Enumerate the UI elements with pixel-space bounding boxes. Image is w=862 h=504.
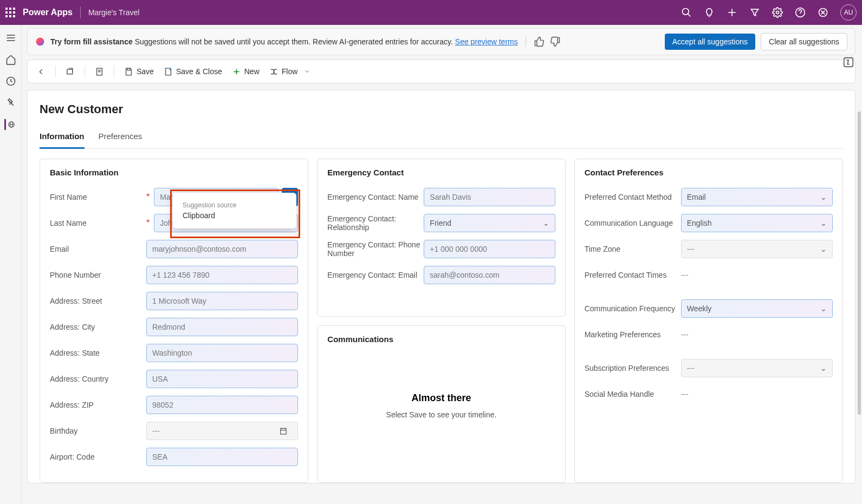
label-birthday: Birthday [50,427,146,435]
banner-text: Suggestions will not be saved until you … [135,37,453,46]
section-title: Communications [327,335,555,344]
section-basic-information: Basic Information First Name * Last N [40,159,308,483]
marketing-value[interactable]: --- [681,330,689,339]
street-input[interactable] [146,292,298,310]
section-title: Basic Information [50,168,298,177]
main-content: Try form fill assistance Suggestions wil… [22,25,862,504]
tab-information[interactable]: Information [40,132,85,149]
copilot-panel-icon[interactable] [842,56,854,68]
section-communications: Communications Almost there Select Save … [317,325,565,483]
help-icon[interactable] [795,7,806,18]
tz-select[interactable]: ---⌄ [681,240,833,258]
suggestion-source-callout: Suggestion source Clipboard [173,193,296,228]
chevron-down-icon: ⌄ [820,193,827,201]
app-launcher-icon[interactable] [5,8,15,17]
label-marketing: Marketing Preferences [585,330,681,339]
chevron-down-icon: ⌄ [820,304,827,313]
label-ec-email: Emergency Contact: Email [327,271,424,279]
accept-all-button[interactable]: Accept all suggestions [665,34,755,50]
tab-preferences[interactable]: Preferences [99,132,142,148]
label-phone: Phone Number [50,271,146,279]
label-times: Preferred Contact Times [585,271,681,279]
ec-email-input[interactable] [424,266,555,284]
divider [114,66,114,77]
city-input[interactable] [146,318,298,336]
label-ec-phone: Emergency Contact: Phone Number [327,240,424,258]
chevron-down-icon [304,68,310,75]
scrollbar[interactable] [858,112,861,415]
divider [55,66,56,77]
timeline-empty-subtitle: Select Save to see your timeline. [327,410,555,419]
thumbs-up-icon[interactable] [534,36,545,47]
form-container: New Customer Information Preferences Bas… [27,90,855,483]
section-emergency-contact: Emergency Contact Emergency Contact: Nam… [317,159,565,317]
chevron-down-icon: ⌄ [820,364,827,372]
label-street: Address: Street [50,297,146,305]
globe-icon[interactable] [4,119,15,130]
ec-name-input[interactable] [424,188,555,206]
plus-icon[interactable] [727,7,737,18]
state-input[interactable] [146,344,298,362]
left-rail [0,25,22,504]
clear-all-button[interactable]: Clear all suggestions [761,33,847,50]
link-icon[interactable] [818,7,828,18]
label-last-name: Last Name [50,219,146,227]
hamburger-icon[interactable] [5,32,16,43]
pin-icon[interactable] [5,97,16,108]
recent-icon[interactable] [5,76,16,87]
label-city: Address: City [50,323,146,331]
callout-value: Clipboard [183,211,287,220]
form-icon[interactable] [95,67,104,76]
calendar-icon [279,427,288,435]
email-input[interactable] [146,240,298,258]
label-tz: Time Zone [585,245,681,253]
search-icon[interactable] [681,7,692,18]
new-button[interactable]: New [232,67,260,76]
chevron-down-icon: ⌄ [820,245,827,253]
gear-icon[interactable] [772,7,783,18]
filter-icon[interactable] [749,7,760,18]
birthday-input[interactable]: --- [146,422,298,440]
avatar[interactable]: AU [840,4,857,21]
method-select[interactable]: Email⌄ [681,188,833,206]
label-subs: Subscription Preferences [585,364,681,372]
svg-point-4 [776,11,779,14]
section-title: Contact Preferences [585,168,833,177]
home-icon[interactable] [5,54,16,65]
thumbs-down-icon[interactable] [550,36,561,47]
svg-line-1 [688,14,691,17]
social-value[interactable]: --- [681,390,689,398]
label-ec-name: Emergency Contact: Name [327,193,424,201]
label-freq: Communication Frequency [585,304,681,313]
freq-select[interactable]: Weekly⌄ [681,299,833,318]
environment-name[interactable]: Margie's Travel [88,8,139,17]
zip-input[interactable] [146,396,298,414]
open-new-window-icon[interactable] [66,67,75,76]
timeline-empty-title: Almost there [327,392,555,404]
svg-rect-21 [127,68,131,70]
label-social: Social Media Handle [585,390,681,398]
top-bar: Power Apps Margie's Travel AU [0,0,862,25]
preview-terms-link[interactable]: See preview terms [455,37,518,46]
svg-point-0 [683,9,689,15]
label-email: Email [50,245,146,253]
flow-button[interactable]: Flow [269,67,311,76]
save-close-button[interactable]: Save & Close [164,67,222,76]
save-button[interactable]: Save [124,67,154,76]
airport-input[interactable] [146,448,298,466]
label-country: Address: Country [50,375,146,383]
svg-rect-27 [281,428,287,434]
ec-phone-input[interactable] [424,240,555,258]
ec-rel-select[interactable]: Friend⌄ [424,214,555,232]
subs-select[interactable]: ---⌄ [681,359,833,377]
phone-input[interactable] [146,266,298,284]
label-lang: Communication Language [585,219,681,227]
divider [526,37,526,47]
section-contact-preferences: Contact Preferences Preferred Contact Me… [574,159,843,483]
back-button[interactable] [36,67,46,76]
country-input[interactable] [146,370,298,388]
times-value[interactable]: --- [681,271,689,279]
lightbulb-icon[interactable] [704,7,715,18]
lang-select[interactable]: English⌄ [681,214,833,232]
label-ec-rel: Emergency Contact: Relationship [327,214,424,232]
